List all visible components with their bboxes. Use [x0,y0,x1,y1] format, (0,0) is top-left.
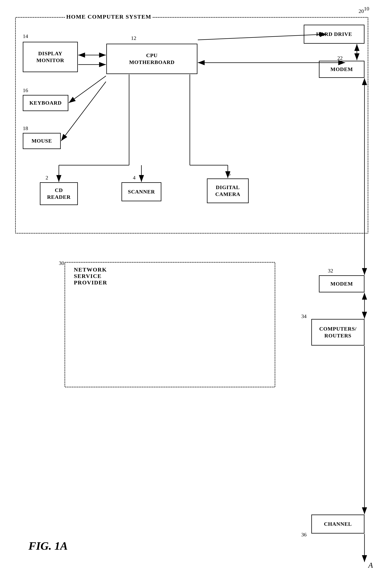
display-monitor-box: DISPLAYMONITOR [23,42,78,72]
ref-32: 32 [328,268,333,274]
ref-10: 10 [364,6,369,12]
modem-network-box: MODEM [319,275,364,292]
network-provider-container: NETWORKSERVICEPROVIDER [64,262,275,387]
mouse-box: MOUSE [23,133,61,149]
cd-reader-box: CDREADER [40,182,78,205]
modem-home-box: MODEM [319,61,364,78]
hard-drive-box: HARD DRIVE [304,25,364,44]
ref-14: 14 [23,33,28,39]
ref-18: 18 [23,125,28,132]
home-system-label: HOME COMPUTER SYSTEM [65,14,152,20]
ref-6: 6 [228,171,230,177]
digital-camera-box: DIGITALCAMERA [207,178,249,203]
ref-34: 34 [301,313,306,319]
ref-16: 16 [23,87,28,94]
channel-box: CHANNEL [311,514,364,534]
scanner-box: SCANNER [122,182,161,201]
ref-36: 36 [301,532,306,538]
ref-22: 22 [337,55,343,61]
ref-20: 20 [358,8,364,14]
ref-2: 2 [46,175,48,181]
svg-text:A: A [368,561,373,570]
ref-30: 30 [59,260,64,266]
keyboard-box: KEYBOARD [23,95,68,111]
network-label: NETWORKSERVICEPROVIDER [73,266,108,286]
ref-12: 12 [131,35,136,41]
computers-routers-box: COMPUTERS/ROUTERS [311,319,364,346]
ref-4: 4 [133,175,136,181]
figure-label: FIG. 1A [28,540,68,552]
cpu-motherboard-box: CPUMOTHERBOARD [106,44,198,74]
diagram-container: 10 HOME COMPUTER SYSTEM 20 HARD DRIVE MO… [0,0,392,581]
